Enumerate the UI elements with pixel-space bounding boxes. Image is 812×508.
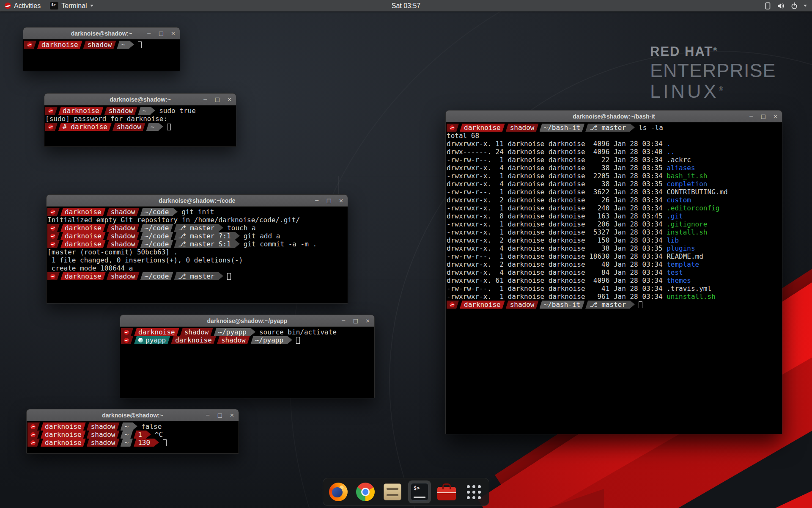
terminal-line: -rwxrwxr-x. 1 darknoise darknoise 240 Ja… xyxy=(447,204,782,212)
ls-columns: drwxrwxr-x. 2 darknoise darknoise 150 Ja… xyxy=(447,236,667,244)
branding-redhat: RED HAT® xyxy=(650,45,776,58)
grid-dot xyxy=(467,485,470,488)
close-button[interactable]: × xyxy=(773,113,778,119)
dock-item-firefox[interactable] xyxy=(327,480,350,503)
file-name: aliases xyxy=(667,164,695,172)
ls-columns: drwxrwxr-x. 11 darknoise darknoise 4096 … xyxy=(447,140,667,148)
terminal-line: drwxrwxr-x. 8 darknoise darknoise 163 Ja… xyxy=(447,212,782,220)
prompt-segment-label: darknoise xyxy=(464,124,501,132)
maximize-button[interactable]: □ xyxy=(159,30,164,36)
close-button[interactable]: × xyxy=(339,198,343,203)
prompt-segment xyxy=(121,336,133,344)
minimize-button[interactable]: − xyxy=(315,198,319,203)
prompt-segment-label: ~/code xyxy=(145,232,169,240)
files-icon xyxy=(384,483,401,500)
close-button[interactable]: × xyxy=(171,30,176,36)
minimize-button[interactable]: − xyxy=(203,97,208,102)
dock-item-terminal[interactable] xyxy=(408,480,431,503)
terminal-line: -rw-rw-r--. 1 darknoise darknoise 3622 J… xyxy=(447,188,782,196)
ls-columns: -rw-rw-r--. 1 darknoise darknoise 3622 J… xyxy=(447,188,667,196)
prompt-segment xyxy=(447,301,459,309)
prompt-segment-label: ~/code xyxy=(145,272,169,280)
terminal-content[interactable]: darknoiseshadow~sudo true[sudo] password… xyxy=(44,105,236,146)
prompt-arrow-icon xyxy=(133,422,137,430)
dock-item-app-grid[interactable] xyxy=(462,480,485,503)
redhat-icon xyxy=(30,424,36,429)
prompt-arrow-icon xyxy=(219,224,223,232)
prompt-segment: 1 xyxy=(134,431,146,439)
prompt-segment-label: ~/bash-it xyxy=(544,124,581,132)
terminal-line: [master (root-commit) 50bcb63] . xyxy=(47,248,348,256)
terminal-line: drwxrwxr-x. 4 darknoise darknoise 38 Jan… xyxy=(447,244,782,252)
window-titlebar[interactable]: darknoise@shadow:~/bash-it−□× xyxy=(446,110,782,122)
prompt-segment: darknoise xyxy=(60,240,106,248)
prompt-segment: shadow xyxy=(112,123,145,131)
prompt-segment: shadow xyxy=(506,124,539,132)
terminal-line: -rw-rw-r--. 1 darknoise darknoise 22 Jan… xyxy=(447,156,782,164)
prompt: darknoiseshadow~1 xyxy=(27,431,151,439)
window-titlebar[interactable]: darknoise@shadow:~/pyapp−□× xyxy=(120,315,374,327)
app-grid-icon xyxy=(464,483,483,501)
dock-item-toolbox[interactable] xyxy=(435,480,458,503)
dock-item-chrome[interactable] xyxy=(354,480,377,503)
redhat-icon xyxy=(50,242,55,247)
prompt-segment xyxy=(47,224,60,232)
terminal-content[interactable]: darknoiseshadow~/pyappsource bin/activat… xyxy=(120,327,374,398)
minimize-button[interactable]: − xyxy=(206,412,210,418)
volume-icon xyxy=(777,2,785,10)
minimize-button[interactable]: − xyxy=(341,318,346,323)
grid-dot xyxy=(467,496,470,499)
prompt-segment: darknoise xyxy=(41,431,86,439)
prompt-segment: darknoise xyxy=(60,208,106,216)
close-button[interactable]: × xyxy=(230,412,234,418)
output-text: [master (root-commit) 50bcb63] . xyxy=(47,248,178,256)
maximize-button[interactable]: □ xyxy=(761,113,766,119)
prompt-segment-label: darknoise xyxy=(63,107,99,115)
terminal-line: darknoiseshadow~/code⎇ master xyxy=(47,272,348,280)
prompt-segment-label: darknoise xyxy=(45,439,82,447)
terminal-line: darknoiseshadow~/code⎇ mastertouch a xyxy=(47,224,348,232)
prompt-segment: ~ xyxy=(138,107,151,115)
window-controls: −□× xyxy=(147,28,176,39)
prompt-arrow-icon xyxy=(251,328,255,336)
terminal-content[interactable]: darknoiseshadow~falsedarknoiseshadow~1^C… xyxy=(27,421,239,453)
prompt-segment-label: darknoise xyxy=(45,431,82,439)
maximize-button[interactable]: □ xyxy=(326,198,332,203)
minimize-button[interactable]: − xyxy=(147,30,151,36)
prompt-segment-label: ~/code xyxy=(145,208,169,216)
maximize-button[interactable]: □ xyxy=(217,412,222,418)
app-menu-terminal[interactable]: $> Terminal xyxy=(45,0,98,11)
ls-columns: drwxrwxr-x. 2 darknoise darknoise 26 Jan… xyxy=(447,196,667,204)
terminal-app-icon: $> xyxy=(50,2,58,10)
activities-button[interactable]: Activities xyxy=(0,0,45,11)
output-text: [sudo] password for darknoise: xyxy=(45,115,167,123)
prompt-segment-label: 130 xyxy=(138,439,150,447)
system-status-area[interactable] xyxy=(764,0,812,11)
terminal-window-exit-codes: darknoise@shadow:~−□×darknoiseshadow~fal… xyxy=(26,409,239,454)
dock-item-files[interactable] xyxy=(381,480,404,503)
command-text: git add a xyxy=(244,232,280,240)
clock[interactable]: Sat 03:57 xyxy=(387,0,425,11)
prompt-segment-label: ~/pyapp xyxy=(255,336,283,344)
terminal-content[interactable]: darknoiseshadow~/codegit initInitialized… xyxy=(47,207,348,303)
maximize-button[interactable]: □ xyxy=(215,97,220,102)
prompt-arrow-icon xyxy=(630,124,635,131)
close-button[interactable]: × xyxy=(227,97,232,102)
dock xyxy=(323,478,489,506)
output-text: create mode 100644 a xyxy=(47,264,133,272)
prompt-segment: shadow xyxy=(104,107,137,115)
command-text: git commit -a -m . xyxy=(244,240,317,248)
minimize-button[interactable]: − xyxy=(749,113,754,119)
window-titlebar[interactable]: darknoise@shadow:~−□× xyxy=(27,409,239,421)
ls-columns: -rwxrwxr-x. 1 darknoise darknoise 206 Ja… xyxy=(447,220,667,228)
terminal-content[interactable]: darknoiseshadow~/bash-it⎇ masterls -lato… xyxy=(446,122,782,434)
window-titlebar[interactable]: darknoise@shadow:~−□× xyxy=(44,94,236,105)
prompt-segment: ~/code xyxy=(140,224,173,232)
close-button[interactable]: × xyxy=(365,318,370,323)
window-titlebar[interactable]: darknoise@shadow:~−□× xyxy=(23,28,180,39)
maximize-button[interactable]: □ xyxy=(353,318,358,323)
terminal-content[interactable]: darknoiseshadow~ xyxy=(23,39,180,71)
redhat-icon xyxy=(30,432,36,437)
prompt-segment-label: ⎇ master xyxy=(590,301,626,309)
window-titlebar[interactable]: darknoise@shadow:~/code−□× xyxy=(47,195,348,207)
